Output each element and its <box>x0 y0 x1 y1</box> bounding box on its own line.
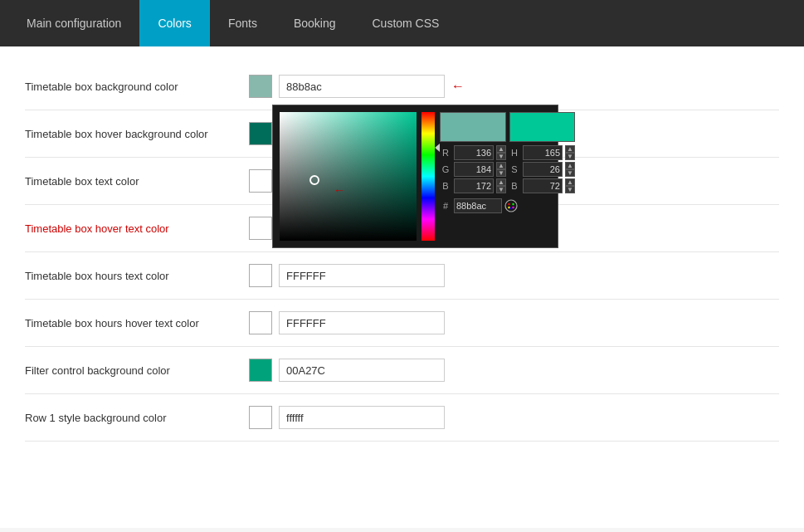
field-B2[interactable] <box>523 178 563 193</box>
label-hours-text-color: Timetable box hours text color <box>25 270 249 282</box>
label-B: B <box>440 181 451 191</box>
hash-input[interactable] <box>454 198 502 213</box>
nav-booking[interactable]: Booking <box>275 0 354 46</box>
input-hours-text-color[interactable] <box>279 264 445 287</box>
spinner-B: ▲ ▼ <box>496 178 506 193</box>
spinner-G-down[interactable]: ▼ <box>496 169 506 177</box>
label-text-color: Timetable box text color <box>25 175 249 188</box>
label-filter-bg-color: Filter control background color <box>25 364 249 377</box>
spinner-G: ▲ ▼ <box>496 162 506 177</box>
arrow-annotation-1: ← <box>451 79 465 94</box>
spinner-S-down[interactable]: ▼ <box>565 169 575 177</box>
picker-right-panel: R ▲ ▼ H ▲ ▼ <box>440 112 575 241</box>
spinner-S-up[interactable]: ▲ <box>565 162 575 169</box>
setting-row-row1-bg-color: Row 1 style background color <box>25 394 779 442</box>
swatch-text-color[interactable] <box>249 169 272 193</box>
svg-point-4 <box>508 207 509 208</box>
setting-row-bg-color: Timetable box background color ← ← <box>25 63 779 110</box>
spinner-B2-down[interactable]: ▼ <box>565 186 575 193</box>
input-row-B: B ▲ ▼ B ▲ ▼ <box>440 178 575 193</box>
spinner-H-down[interactable]: ▼ <box>565 153 575 160</box>
hash-row: # <box>440 198 575 213</box>
preview-old-color <box>509 112 576 142</box>
label-R: R <box>440 148 451 158</box>
color-cursor <box>309 175 319 185</box>
svg-point-3 <box>510 207 512 209</box>
spinner-B-up[interactable]: ▲ <box>496 178 506 186</box>
field-S[interactable] <box>523 162 563 177</box>
palette-icon[interactable] <box>504 199 518 212</box>
input-filter-bg-color[interactable] <box>279 359 445 382</box>
nav-main-configuration[interactable]: Main configuration <box>8 0 139 46</box>
hash-symbol: # <box>440 201 451 211</box>
svg-point-0 <box>505 200 517 212</box>
input-row-R: R ▲ ▼ H ▲ ▼ <box>440 145 575 160</box>
field-H[interactable] <box>523 145 563 160</box>
swatch-filter-bg-color[interactable] <box>249 359 272 382</box>
label-row1-bg-color: Row 1 style background color <box>25 412 249 424</box>
svg-point-1 <box>508 203 509 205</box>
nav-colors[interactable]: Colors <box>139 0 209 46</box>
main-content: Timetable box background color ← ← <box>0 46 804 528</box>
spinner-S: ▲ ▼ <box>565 162 575 177</box>
field-B[interactable] <box>454 178 494 193</box>
nav-fonts[interactable]: Fonts <box>210 0 275 46</box>
spinner-G-up[interactable]: ▲ <box>496 162 506 169</box>
label-S: S <box>509 164 520 174</box>
label-B2: B <box>509 181 520 191</box>
label-hover-text-color: Timetable box hover text color <box>25 222 249 235</box>
spinner-B2-up[interactable]: ▲ <box>565 178 575 186</box>
label-hours-hover-text-color: Timetable box hours hover text color <box>25 317 249 329</box>
swatch-hover-bg-color[interactable] <box>249 122 272 145</box>
setting-row-hours-text-color: Timetable box hours text color <box>25 252 779 300</box>
spinner-R: ▲ ▼ <box>496 145 506 160</box>
input-bg-color[interactable] <box>279 75 445 98</box>
label-bg-color: Timetable box background color <box>25 81 249 93</box>
nav-bar: Main configuration Colors Fonts Booking … <box>0 0 804 46</box>
label-G: G <box>440 164 451 174</box>
label-H: H <box>509 148 520 158</box>
setting-row-filter-bg-color: Filter control background color <box>25 347 779 394</box>
swatch-bg-color[interactable] <box>249 75 272 98</box>
swatch-hours-text-color[interactable] <box>249 264 272 287</box>
input-row-G: G ▲ ▼ S ▲ ▼ <box>440 162 575 177</box>
swatch-row1-bg-color[interactable] <box>249 406 272 429</box>
spinner-R-up[interactable]: ▲ <box>496 145 506 153</box>
input-hours-hover-text-color[interactable] <box>279 311 445 334</box>
setting-row-hours-hover-text-color: Timetable box hours hover text color <box>25 300 779 347</box>
hue-bar[interactable] <box>421 112 435 241</box>
spinner-H: ▲ ▼ <box>565 145 575 160</box>
spinner-R-down[interactable]: ▼ <box>496 153 506 160</box>
svg-point-2 <box>512 203 514 205</box>
color-previews <box>440 112 575 142</box>
spinner-B2: ▲ ▼ <box>565 178 575 193</box>
label-hover-bg-color: Timetable box hover background color <box>25 128 249 140</box>
preview-new-color <box>440 112 506 142</box>
swatch-hours-hover-text-color[interactable] <box>249 311 272 334</box>
swatch-hover-text-color[interactable] <box>249 217 272 240</box>
color-gradient-area[interactable]: ← <box>280 112 417 241</box>
picker-channel-inputs: R ▲ ▼ H ▲ ▼ <box>440 145 575 193</box>
field-G[interactable] <box>454 162 494 177</box>
input-row1-bg-color[interactable] <box>279 406 445 429</box>
spinner-B-down[interactable]: ▼ <box>496 186 506 193</box>
color-picker-popup: ← R ▲ ▼ <box>272 105 558 248</box>
arrow-annotation-2: ← <box>334 183 345 197</box>
svg-point-5 <box>512 207 514 208</box>
field-R[interactable] <box>454 145 494 160</box>
spinner-H-up[interactable]: ▲ <box>565 145 575 153</box>
hue-arrow <box>435 144 440 152</box>
nav-custom-css[interactable]: Custom CSS <box>353 0 457 46</box>
